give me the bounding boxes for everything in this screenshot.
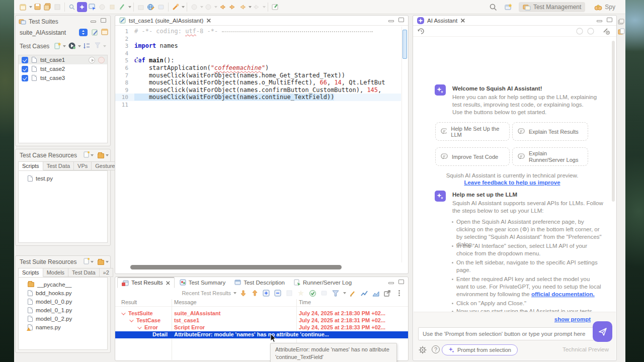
new-note-icon[interactable] — [270, 2, 280, 12]
suite-combo-icon[interactable] — [79, 29, 88, 36]
expand-chevron-icon[interactable] — [129, 318, 133, 322]
search-icon[interactable] — [489, 2, 499, 12]
list-item-test-py[interactable]: test.py — [19, 174, 107, 183]
chart-icon[interactable] — [359, 288, 369, 298]
checkbox-checked[interactable] — [22, 57, 28, 63]
suite-selector[interactable]: suite_AIAssistant — [20, 29, 66, 36]
launch-icon[interactable] — [171, 2, 181, 12]
close-tab-icon[interactable] — [166, 281, 170, 285]
column-message[interactable]: Message — [174, 299, 197, 305]
minimize-icon[interactable] — [388, 20, 394, 22]
close-tab-icon[interactable] — [461, 19, 464, 22]
explain-runner-server-logs-button[interactable]: Explain Runner/Server Logs — [512, 147, 588, 166]
expand-chevron-icon[interactable] — [137, 325, 141, 329]
result-row-testsuite[interactable]: TestSuite suite_AIAssistant July 24, 202… — [115, 310, 408, 317]
help-setup-llm-button[interactable]: Help Me Set Up the LLM — [435, 122, 510, 141]
maximize-icon[interactable] — [101, 18, 106, 23]
open-perspective-icon[interactable] — [504, 2, 514, 12]
sort-az-icon[interactable] — [83, 42, 91, 51]
tab-test-results[interactable]: Test Results — [117, 277, 175, 288]
close-tab-icon[interactable] — [207, 19, 210, 22]
list-item-tst-case2[interactable]: tst_case2 — [19, 64, 107, 73]
collapse-all-icon[interactable] — [273, 288, 283, 298]
previous-edit-icon[interactable] — [237, 2, 248, 12]
list-item-names-py[interactable]: names.py — [19, 323, 107, 331]
explain-test-results-button[interactable]: Explain Test Results — [512, 122, 588, 141]
tab-vps[interactable]: VPs — [74, 161, 92, 170]
record-test-icon[interactable] — [117, 2, 127, 12]
maximize-icon[interactable] — [607, 18, 612, 22]
editor-vertical-scrollbar[interactable] — [401, 27, 408, 262]
maximize-icon[interactable] — [398, 18, 404, 22]
list-item-model-0-0[interactable]: model_0_0.py — [19, 297, 107, 306]
minimize-icon[interactable] — [388, 282, 394, 284]
ai-settings-gear-icon[interactable] — [419, 346, 427, 356]
code-area[interactable]: 1# -*- coding: utf-8 -*- 2 3import names… — [115, 28, 401, 109]
list-item-model-0-2[interactable]: model_0_2.py — [19, 314, 107, 323]
show-prompt-link[interactable]: show prompt — [554, 316, 591, 322]
list-item-tst-case1[interactable]: tst_case1 — [19, 55, 107, 64]
send-prompt-button[interactable] — [593, 321, 612, 342]
column-time[interactable]: Time — [299, 299, 311, 305]
tab-test-summary[interactable]: Test Summary — [176, 278, 230, 287]
feedback-link-text[interactable]: Leave feedback to help us improve — [464, 179, 560, 186]
forward-icon[interactable] — [227, 2, 237, 12]
tab-test-description[interactable]: Test Description — [230, 278, 289, 287]
list-item-tst-case3[interactable]: tst_case3 — [19, 73, 107, 82]
view-menu-icon[interactable] — [394, 288, 404, 298]
web-edit-icon[interactable] — [146, 2, 156, 12]
new-testcase-caret[interactable] — [63, 45, 66, 47]
ai-scrollbar-thumb[interactable] — [612, 41, 615, 202]
tab-scripts[interactable]: Scripts — [18, 268, 43, 277]
launch-dropdown-caret[interactable] — [182, 6, 185, 8]
save-all-icon[interactable] — [42, 2, 52, 12]
list-item-model-0-1[interactable]: model_0_1.py — [19, 306, 107, 314]
expand-all-icon[interactable] — [261, 288, 271, 298]
previous-failure-icon[interactable] — [250, 288, 260, 298]
recent-results-caret[interactable] — [233, 292, 236, 294]
restore-view-icon[interactable] — [618, 18, 624, 27]
checkbox-checked[interactable] — [22, 75, 28, 81]
show-prompt-text[interactable]: show prompt — [554, 316, 591, 322]
checkbox-checked[interactable] — [22, 66, 28, 72]
list-item-bdd-hooks[interactable]: bdd_hooks.py — [19, 289, 107, 297]
recent-results-dropdown[interactable]: Recent Test Results — [182, 290, 231, 296]
next-failure-icon[interactable] — [238, 288, 248, 298]
tab-overflow[interactable]: »2 — [100, 268, 113, 277]
export-icon[interactable] — [382, 288, 392, 298]
new-file-caret[interactable] — [91, 261, 94, 263]
new-file-icon[interactable] — [83, 257, 90, 267]
save-icon[interactable] — [32, 2, 42, 12]
new-file-icon[interactable] — [83, 151, 90, 160]
minimized-view-icon[interactable] — [618, 28, 625, 37]
open-folder-icon[interactable] — [98, 151, 104, 160]
verification-passed-icon[interactable] — [307, 288, 317, 298]
open-folder-caret[interactable] — [106, 261, 109, 263]
annotate-icon[interactable] — [348, 288, 358, 298]
open-folder-icon[interactable] — [98, 258, 104, 267]
list-item-pycache[interactable]: __pycache__ — [19, 280, 107, 289]
filter-results-icon[interactable] — [331, 288, 341, 298]
help-icon[interactable]: ? — [432, 345, 440, 353]
improve-test-code-button[interactable]: Improve Test Code — [435, 147, 510, 166]
result-row-detail-selected[interactable]: Detail AttributeError: module 'names' ha… — [115, 331, 408, 338]
editor-horizontal-scrollbar[interactable] — [130, 265, 342, 269]
tab-models[interactable]: Models — [43, 268, 68, 277]
record-snippet-icon[interactable] — [77, 2, 87, 12]
column-result[interactable]: Result — [121, 299, 137, 305]
prompt-input[interactable] — [418, 327, 594, 340]
record-testcase-icon[interactable] — [98, 57, 105, 63]
tab-scripts[interactable]: Scripts — [18, 161, 43, 170]
new-testcase-window-icon[interactable] — [101, 28, 109, 38]
tab-runner-server-log[interactable]: Runner/Server Log — [290, 278, 356, 287]
new-file-caret[interactable] — [91, 154, 94, 156]
minimize-icon[interactable] — [597, 20, 602, 22]
back-icon[interactable] — [217, 2, 227, 12]
run-testcases-icon[interactable] — [68, 42, 76, 52]
record-dropdown-caret[interactable] — [128, 6, 131, 8]
suite-settings-icon[interactable] — [91, 28, 99, 38]
tab-test-data[interactable]: Test Data — [68, 268, 99, 277]
editor-tab-title[interactable]: tst_case1 (suite_AIAssistant) — [129, 18, 203, 24]
maximize-icon[interactable] — [398, 280, 404, 284]
run-testcase-icon[interactable] — [89, 57, 95, 63]
